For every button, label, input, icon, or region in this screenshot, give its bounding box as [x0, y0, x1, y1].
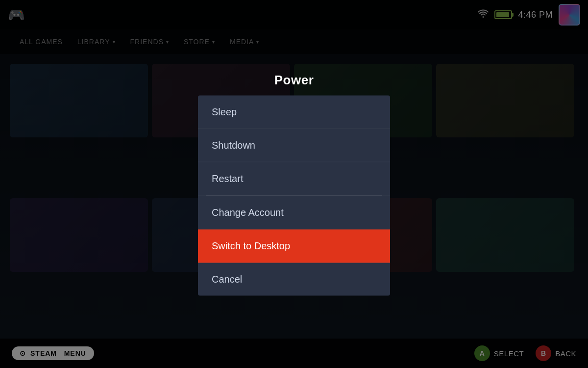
menu-item-restart[interactable]: Restart	[198, 162, 390, 196]
power-dialog-title: Power	[198, 73, 390, 88]
power-menu: Sleep Shutdown Restart Change Account Sw…	[198, 96, 390, 296]
menu-item-shutdown[interactable]: Shutdown	[198, 129, 390, 162]
menu-item-change-account[interactable]: Change Account	[198, 196, 390, 230]
power-dialog: Power Sleep Shutdown Restart Change Acco…	[198, 73, 390, 296]
menu-item-sleep[interactable]: Sleep	[198, 96, 390, 129]
menu-item-cancel[interactable]: Cancel	[198, 263, 390, 296]
menu-item-switch-to-desktop[interactable]: Switch to Desktop	[198, 230, 390, 263]
